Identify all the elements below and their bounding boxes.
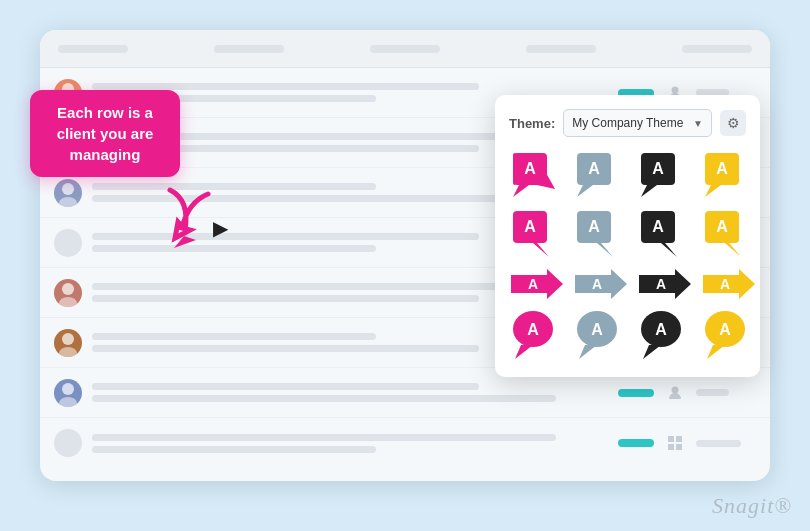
avatar (54, 329, 82, 357)
svg-rect-26 (676, 444, 682, 450)
row-extra (696, 389, 756, 396)
theme-icon-yellow-bubble[interactable]: A (701, 151, 757, 201)
svg-text:A: A (592, 276, 602, 292)
row-line (92, 283, 556, 290)
row-line (92, 383, 479, 390)
theme-icon-pink-bubble2[interactable]: A (509, 209, 565, 259)
top-bar (40, 30, 770, 68)
grid-icon (664, 432, 686, 454)
annotation-text: Each row is a client you are managing (57, 104, 154, 163)
theme-icon-gray-round[interactable]: A (573, 309, 629, 361)
row-line (92, 295, 479, 302)
theme-select-dropdown[interactable]: My Company Theme ▼ (563, 109, 712, 137)
theme-grid: A A A A (509, 151, 746, 361)
svg-rect-23 (668, 436, 674, 442)
theme-icon-pink-arrow[interactable]: A (509, 267, 565, 301)
row-line (92, 83, 479, 90)
theme-icon-gray-bubble[interactable]: A (573, 151, 629, 201)
theme-icon-yellow-round[interactable]: A (701, 309, 757, 361)
avatar (54, 179, 82, 207)
theme-icon-black-bubble2[interactable]: A (637, 209, 693, 259)
chevron-down-icon: ▼ (693, 118, 703, 129)
avatar-placeholder (54, 429, 82, 457)
svg-point-22 (672, 386, 679, 393)
svg-text:A: A (591, 321, 603, 338)
svg-text:A: A (720, 276, 730, 292)
svg-text:A: A (716, 160, 728, 177)
annotation-callout: Each row is a client you are managing (30, 90, 180, 177)
svg-point-14 (62, 283, 74, 295)
avatar (54, 379, 82, 407)
svg-text:A: A (588, 218, 600, 235)
row-line (92, 446, 376, 453)
svg-text:A: A (527, 321, 539, 338)
theme-icon-yellow-arrow[interactable]: A (701, 267, 757, 301)
row-line (92, 233, 479, 240)
row-line (92, 345, 479, 352)
svg-point-17 (62, 333, 74, 345)
theme-icon-pink-bubble[interactable]: A (509, 151, 565, 201)
theme-select-text: My Company Theme (572, 116, 689, 130)
theme-header: Theme: My Company Theme ▼ ⚙ (509, 109, 746, 137)
svg-text:A: A (652, 160, 664, 177)
svg-text:A: A (524, 218, 536, 235)
theme-popup: Theme: My Company Theme ▼ ⚙ A A (495, 95, 760, 377)
svg-point-15 (59, 297, 77, 307)
theme-icon-gray-bubble2[interactable]: A (573, 209, 629, 259)
row-lines (92, 434, 608, 453)
row-line (92, 395, 556, 402)
svg-text:A: A (524, 160, 536, 177)
gear-icon[interactable]: ⚙ (720, 110, 746, 136)
svg-point-20 (62, 383, 74, 395)
row-extra (696, 440, 756, 447)
svg-point-21 (59, 397, 77, 407)
svg-rect-24 (676, 436, 682, 442)
top-bar-line-1 (58, 45, 128, 53)
row-line (92, 245, 376, 252)
row-lines (92, 383, 608, 402)
svg-text:A: A (656, 276, 666, 292)
svg-point-8 (59, 197, 77, 207)
theme-icon-pink-round[interactable]: A (509, 309, 565, 361)
theme-icon-yellow-bubble2[interactable]: A (701, 209, 757, 259)
theme-label: Theme: (509, 116, 555, 131)
svg-text:A: A (528, 276, 538, 292)
table-row[interactable] (40, 418, 770, 468)
row-line (696, 389, 729, 396)
svg-point-18 (59, 347, 77, 357)
row-line (92, 183, 376, 190)
svg-text:A: A (716, 218, 728, 235)
cursor-icon: ▶ (213, 218, 228, 238)
theme-icon-black-bubble[interactable]: A (637, 151, 693, 201)
snagit-watermark: Snagit® (712, 493, 792, 519)
row-line (696, 440, 741, 447)
svg-point-2 (672, 86, 679, 93)
svg-point-7 (62, 183, 74, 195)
avatar-placeholder (54, 229, 82, 257)
top-bar-line-5 (682, 45, 752, 53)
svg-text:A: A (655, 321, 667, 338)
svg-text:A: A (652, 218, 664, 235)
row-line (92, 434, 556, 441)
status-bar (618, 439, 654, 447)
svg-text:A: A (719, 321, 731, 338)
top-bar-line-3 (370, 45, 440, 53)
theme-icon-black-round[interactable]: A (637, 309, 693, 361)
status-bar (618, 389, 654, 397)
row-line (92, 333, 376, 340)
top-bar-line-4 (526, 45, 596, 53)
person-icon (664, 382, 686, 404)
theme-icon-black-arrow[interactable]: A (637, 267, 693, 301)
top-bar-line-2 (214, 45, 284, 53)
theme-icon-gray-arrow[interactable]: A (573, 267, 629, 301)
svg-text:A: A (588, 160, 600, 177)
avatar (54, 279, 82, 307)
svg-rect-25 (668, 444, 674, 450)
